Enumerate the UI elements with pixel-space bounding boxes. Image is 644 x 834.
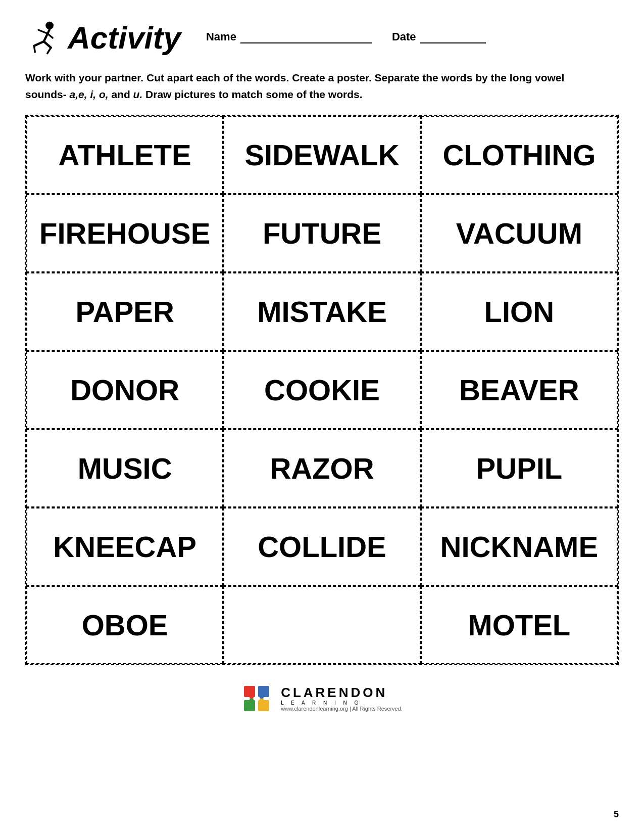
word-text: MUSIC: [78, 452, 172, 485]
word-text: FUTURE: [263, 217, 381, 250]
word-text: KNEECAP: [53, 531, 196, 563]
word-cell: PUPIL: [421, 429, 618, 507]
name-underline[interactable]: [240, 33, 372, 43]
word-cell: MISTAKE: [223, 272, 420, 351]
word-text: DONOR: [70, 374, 179, 406]
svg-line-7: [47, 48, 51, 53]
footer-brand: CLARENDON L E A R N I N G www.clarendonl…: [281, 685, 403, 712]
word-cell: KNEECAP: [26, 507, 223, 586]
word-cell: FUTURE: [223, 194, 420, 272]
svg-rect-9: [250, 694, 254, 699]
brand-sub: L E A R N I N G: [281, 700, 361, 706]
word-text: CLOTHING: [442, 139, 596, 171]
svg-line-3: [47, 33, 53, 38]
svg-rect-15: [260, 699, 264, 703]
word-cell: BEAVER: [421, 351, 618, 429]
word-cell: SIDEWALK: [223, 116, 420, 194]
brand-name: CLARENDON: [281, 685, 387, 700]
word-cell: LION: [421, 272, 618, 351]
page: Activity Name Date Work with your partne…: [0, 0, 644, 834]
name-text: Name: [206, 30, 236, 43]
date-label: Date: [392, 30, 486, 43]
word-text: FIREHOUSE: [39, 217, 210, 250]
instructions: Work with your partner. Cut apart each o…: [25, 70, 606, 103]
word-text: PAPER: [75, 296, 174, 328]
svg-rect-11: [260, 694, 264, 699]
word-text: LION: [484, 296, 555, 328]
runner-icon: [25, 20, 61, 56]
date-text: Date: [392, 30, 416, 43]
word-cell: OBOE: [26, 586, 223, 664]
word-cell: DONOR: [26, 351, 223, 429]
word-text: COLLIDE: [258, 531, 386, 563]
word-cell: CLOTHING: [421, 116, 618, 194]
word-text: COOKIE: [264, 374, 380, 406]
word-text: MOTEL: [468, 609, 570, 641]
svg-point-0: [45, 22, 54, 30]
word-cell: PAPER: [26, 272, 223, 351]
word-cell: RAZOR: [223, 429, 420, 507]
word-text: BEAVER: [459, 374, 579, 406]
footer: CLARENDON L E A R N I N G www.clarendonl…: [25, 683, 619, 714]
word-grid: ATHLETESIDEWALKCLOTHINGFIREHOUSEFUTUREVA…: [25, 115, 619, 665]
word-text: SIDEWALK: [244, 139, 399, 171]
word-cell: MOTEL: [421, 586, 618, 664]
svg-line-4: [34, 41, 44, 46]
word-cell: NICKNAME: [421, 507, 618, 586]
word-text: MISTAKE: [257, 296, 387, 328]
header: Activity Name Date: [25, 20, 619, 56]
word-text: OBOE: [82, 609, 168, 641]
word-cell: COLLIDE: [223, 507, 420, 586]
svg-line-2: [38, 30, 47, 33]
svg-line-5: [34, 46, 35, 52]
date-underline[interactable]: [420, 33, 486, 43]
word-cell: MUSIC: [26, 429, 223, 507]
word-text: VACUUM: [456, 217, 582, 250]
name-date-row: Name Date: [206, 30, 486, 45]
svg-line-6: [44, 41, 51, 48]
word-text: ATHLETE: [59, 139, 191, 171]
word-text: RAZOR: [270, 452, 374, 485]
word-cell: ATHLETE: [26, 116, 223, 194]
svg-rect-13: [250, 699, 254, 703]
activity-title: Activity: [68, 22, 181, 54]
word-cell: FIREHOUSE: [26, 194, 223, 272]
word-text: NICKNAME: [440, 531, 599, 563]
word-cell: [223, 586, 420, 664]
brand-url: www.clarendonlearning.org | All Rights R…: [281, 706, 403, 712]
name-label: Name: [206, 30, 372, 43]
word-cell: COOKIE: [223, 351, 420, 429]
puzzle-logo-icon: [241, 683, 272, 714]
word-text: PUPIL: [476, 452, 562, 485]
word-cell: VACUUM: [421, 194, 618, 272]
page-number: 5: [614, 809, 619, 820]
